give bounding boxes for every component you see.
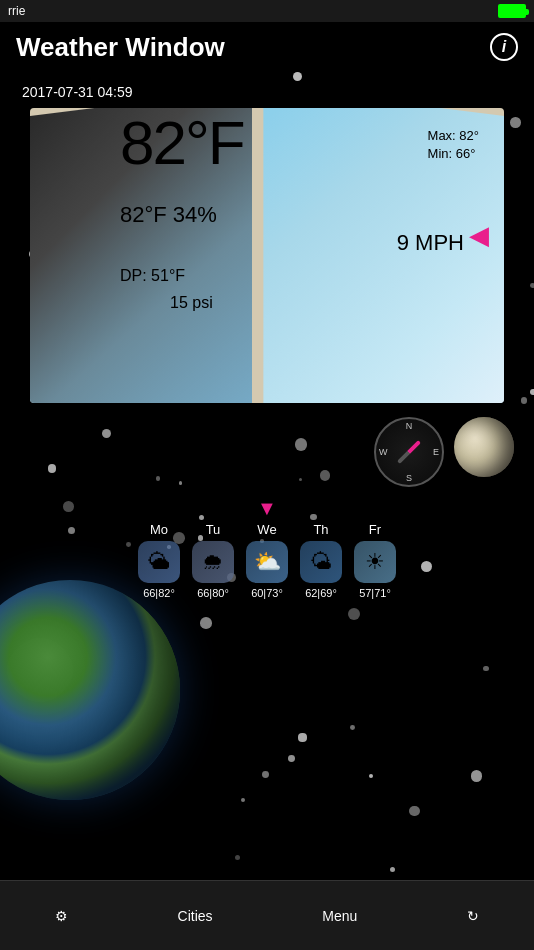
window-right-pane — [252, 108, 504, 403]
forecast-temps: 57|71° — [359, 587, 391, 599]
forecast-icon: ☀ — [354, 541, 396, 583]
window-view — [30, 108, 504, 403]
timestamp: 2017-07-31 04:59 — [16, 82, 139, 102]
forecast-day: Tu 🌧 66|80° — [192, 522, 234, 599]
menu-label: Menu — [322, 908, 357, 924]
forecast-panel: Mo 🌥 66|82° Tu 🌧 66|80° We ⛅ 60|73° Th 🌤… — [0, 512, 534, 609]
compass: N S E W — [374, 417, 444, 487]
forecast-icon: ⛅ — [246, 541, 288, 583]
compass-south: S — [406, 473, 412, 483]
forecast-day: Th 🌤 62|69° — [300, 522, 342, 599]
refresh-icon: ↻ — [467, 908, 479, 924]
settings-tab[interactable]: ⚙ — [35, 900, 88, 932]
moon-circle — [454, 417, 514, 477]
status-bar: rrie — [0, 0, 534, 22]
compass-north: N — [406, 421, 413, 431]
forecast-day-label: Tu — [206, 522, 221, 537]
forecast-day-label: We — [257, 522, 276, 537]
forecast-day: Mo 🌥 66|82° — [138, 522, 180, 599]
earth-display — [0, 580, 180, 800]
forecast-temps: 66|80° — [197, 587, 229, 599]
menu-tab[interactable]: Menu — [302, 900, 377, 932]
forecast-day-label: Th — [313, 522, 328, 537]
wind-direction-arrow: ◀ — [469, 220, 489, 251]
forecast-day: We ⛅ 60|73° — [246, 522, 288, 599]
compass-west: W — [379, 447, 388, 457]
compass-area: N S E W — [374, 417, 444, 487]
forecast-temps: 60|73° — [251, 587, 283, 599]
app-title: Weather Window — [16, 32, 225, 63]
refresh-tab[interactable]: ↻ — [447, 900, 499, 932]
battery-icon — [498, 4, 526, 18]
cities-label: Cities — [178, 908, 213, 924]
info-button[interactable]: i — [490, 33, 518, 61]
forecast-temps: 66|82° — [143, 587, 175, 599]
main-content: 2017-07-31 04:59 82°F Max: 82° Min: 66° … — [0, 72, 534, 880]
tab-bar: ⚙ Cities Menu ↻ — [0, 880, 534, 950]
carrier-text: rrie — [8, 4, 25, 18]
moon-display — [454, 417, 514, 477]
compass-east: E — [433, 447, 439, 457]
forecast-icon: 🌤 — [300, 541, 342, 583]
forecast-temps: 62|69° — [305, 587, 337, 599]
forecast-day-label: Fr — [369, 522, 381, 537]
forecast-icon: 🌧 — [192, 541, 234, 583]
cities-tab[interactable]: Cities — [158, 900, 233, 932]
earth-globe — [0, 580, 180, 800]
header: Weather Window i — [0, 22, 534, 72]
forecast-day: Fr ☀ 57|71° — [354, 522, 396, 599]
settings-icon: ⚙ — [55, 908, 68, 924]
forecast-day-label: Mo — [150, 522, 168, 537]
forecast-icon: 🌥 — [138, 541, 180, 583]
